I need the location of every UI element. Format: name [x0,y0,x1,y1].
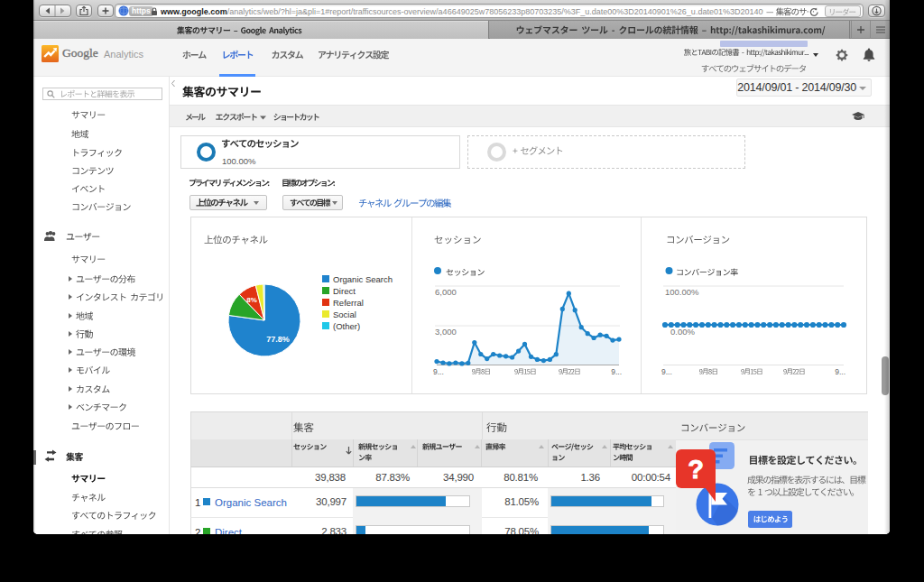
svg-text:3,000: 3,000 [435,327,457,337]
svg-text:9...: 9... [611,367,622,376]
svg-text:Organic Search: Organic Search [333,274,393,284]
svg-text:8%: 8% [246,296,257,304]
svg-text:6,000: 6,000 [435,287,457,297]
svg-text:?: ? [688,455,704,484]
svg-text:Referral: Referral [333,298,364,308]
svg-text:77.8%: 77.8% [266,335,290,344]
svg-text:0.00%: 0.00% [670,327,695,337]
svg-text:9...: 9... [661,367,672,376]
svg-text:100.00%: 100.00% [665,287,699,297]
svg-text:9...: 9... [835,367,845,376]
svg-text:Direct: Direct [333,286,356,296]
svg-text:(Other): (Other) [333,321,360,331]
svg-text:Social: Social [333,309,356,319]
svg-text:9...: 9... [433,367,444,376]
